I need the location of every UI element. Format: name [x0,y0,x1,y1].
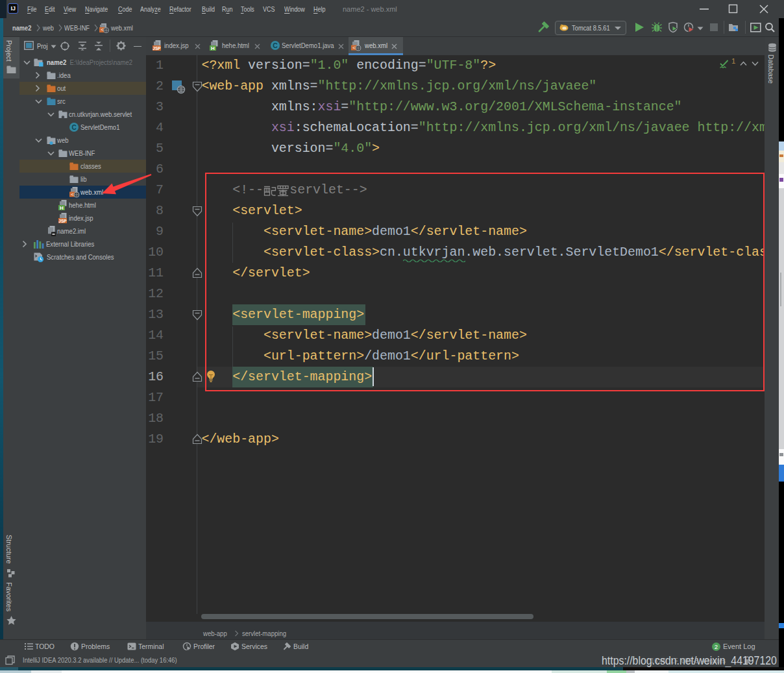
svg-text:H: H [211,45,215,51]
svg-text:H: H [60,205,64,211]
svg-text:JSP: JSP [58,219,67,223]
svg-text:C: C [273,42,278,49]
svg-text:<: < [101,27,103,32]
svg-text:JSP: JSP [153,46,161,51]
svg-text:C: C [71,124,76,131]
